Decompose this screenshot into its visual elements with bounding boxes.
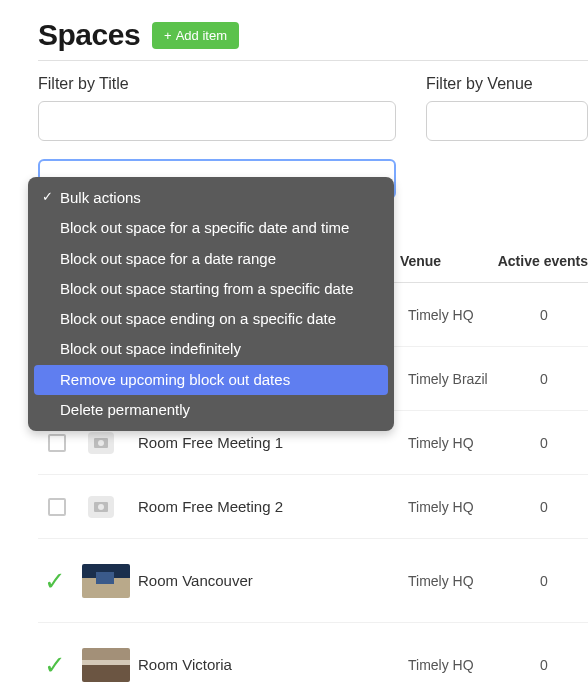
add-item-button[interactable]: + Add item <box>152 22 239 49</box>
col-header-venue[interactable]: Venue <box>400 253 498 269</box>
col-header-active[interactable]: Active events <box>498 253 588 269</box>
table-row[interactable]: ✓Room VictoriaTimely HQ0 <box>38 623 588 696</box>
room-venue: Timely HQ <box>408 657 474 673</box>
bulk-action-option[interactable]: Block out space for a date range <box>34 244 388 274</box>
filter-venue-input[interactable] <box>426 101 588 141</box>
room-thumbnail <box>82 564 130 598</box>
bulk-action-option[interactable]: Block out space ending on a specific dat… <box>34 304 388 334</box>
table-row[interactable]: ✓Room VancouverTimely HQ0 <box>38 539 588 623</box>
room-active-events: 0 <box>508 657 548 673</box>
bulk-action-option[interactable]: Block out space indefinitely <box>34 334 388 364</box>
filter-title-label: Filter by Title <box>38 75 396 93</box>
room-title[interactable]: Room Free Meeting 2 <box>138 498 283 515</box>
bulk-actions-dropdown[interactable]: Bulk actionsBlock out space for a specif… <box>28 177 394 431</box>
add-item-label: Add item <box>176 28 227 43</box>
room-thumbnail <box>82 648 130 682</box>
room-venue: Timely HQ <box>408 573 474 589</box>
room-venue: Timely Brazil <box>408 371 488 387</box>
row-checkbox[interactable] <box>48 434 66 452</box>
room-title[interactable]: Room Free Meeting 1 <box>138 434 283 451</box>
bulk-action-option[interactable]: Remove upcoming block out dates <box>34 365 388 395</box>
page-title: Spaces <box>38 18 140 52</box>
room-active-events: 0 <box>508 371 548 387</box>
table-row[interactable]: Room Free Meeting 2Timely HQ0 <box>38 475 588 539</box>
row-selected-check-icon[interactable]: ✓ <box>44 568 80 594</box>
row-selected-check-icon[interactable]: ✓ <box>44 652 80 678</box>
filter-title-input[interactable] <box>38 101 396 141</box>
row-checkbox[interactable] <box>48 498 66 516</box>
room-venue: Timely HQ <box>408 499 474 515</box>
bulk-action-option[interactable]: Block out space starting from a specific… <box>34 274 388 304</box>
room-venue: Timely HQ <box>408 435 474 451</box>
filter-venue-label: Filter by Venue <box>426 75 588 93</box>
camera-icon <box>88 432 114 454</box>
bulk-action-option[interactable]: Block out space for a specific date and … <box>34 213 388 243</box>
room-active-events: 0 <box>508 307 548 323</box>
room-venue: Timely HQ <box>408 307 474 323</box>
room-title[interactable]: Room Victoria <box>138 656 232 673</box>
room-title[interactable]: Room Vancouver <box>138 572 253 589</box>
bulk-action-option[interactable]: Delete permanently <box>34 395 388 425</box>
room-active-events: 0 <box>508 499 548 515</box>
divider <box>38 60 588 61</box>
bulk-action-option[interactable]: Bulk actions <box>34 183 388 213</box>
room-active-events: 0 <box>508 573 548 589</box>
room-active-events: 0 <box>508 435 548 451</box>
camera-icon <box>88 496 114 518</box>
plus-icon: + <box>164 28 172 43</box>
